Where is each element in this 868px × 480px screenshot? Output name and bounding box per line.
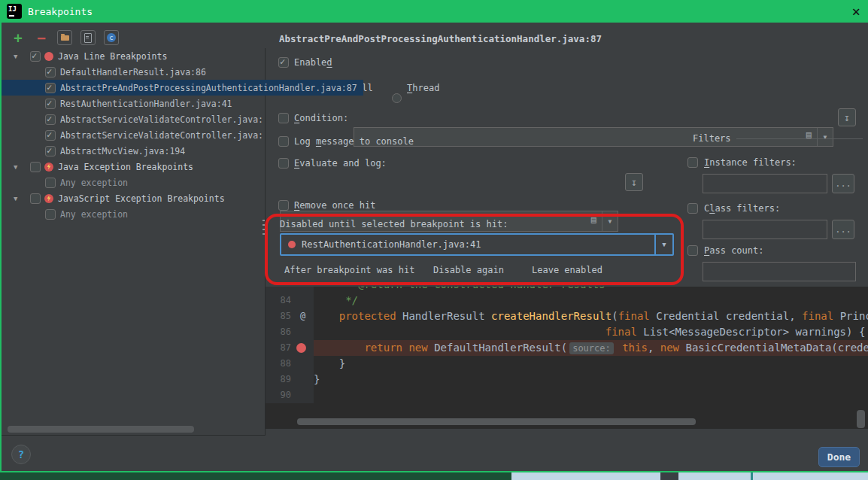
code-text [314,387,868,403]
code-vertical-scrollbar[interactable] [857,410,865,428]
breakpoint-dot-icon[interactable] [296,343,306,353]
expand-arrow-icon[interactable]: ▼ [14,163,23,171]
code-horizontal-scrollbar[interactable] [297,418,696,425]
code-gutter[interactable]: 87 [266,340,314,356]
breakpoint-tree-row[interactable]: AbstractMvcView.java:194 [2,143,265,159]
code-token: createHandlerResult [491,310,612,322]
breakpoint-tree-row[interactable]: ▼JavaScript Exception Breakpoints [2,190,265,206]
group-by-file-button[interactable] [80,30,96,45]
tree-item-checkbox[interactable] [30,162,41,172]
code-token: final [618,310,657,322]
expand-arrow-icon[interactable]: ▼ [14,195,23,202]
dependent-breakpoint-select[interactable]: RestAuthenticationHandler.java:41 ▼ [280,233,674,256]
group-by-package-button[interactable] [57,30,72,45]
code-token: return new [364,342,434,354]
chevron-down-icon[interactable]: ▼ [817,128,833,146]
code-token: ( [612,310,618,322]
breakpoint-dot-icon [288,241,296,248]
splitter-handle[interactable] [263,220,265,236]
line-number: 87 [266,340,291,356]
code-gutter[interactable]: 84 [266,293,314,308]
done-button[interactable]: Done [818,447,860,467]
instance-filters-browse-button[interactable]: ... [832,174,854,193]
breakpoint-tree: ▼Java Line BreakpointsDefaultHandlerResu… [2,48,266,436]
filters-title: Filters [693,133,731,144]
code-gutter[interactable]: 86 [266,324,314,340]
code-token: final [802,310,840,322]
class-filters-browse-button[interactable]: ... [832,220,854,239]
window-titlebar: IJ Breakpoints × [0,0,868,23]
code-text: } [314,372,868,387]
code-gutter[interactable]: 90 [266,387,314,403]
tree-horizontal-scrollbar[interactable] [8,426,194,433]
add-breakpoint-button[interactable]: + [11,30,26,45]
instance-filters-checkbox[interactable] [687,157,698,168]
pass-count-label: Pass count: [704,245,763,256]
breakpoint-label: Any exception [60,209,128,220]
evaluate-log-checkbox[interactable] [278,158,289,169]
close-icon[interactable]: × [852,5,860,19]
code-gutter[interactable]: 88 [266,356,314,372]
tree-item-checkbox[interactable] [45,209,56,220]
tree-item-checkbox[interactable] [45,67,56,77]
code-token: final [605,326,644,338]
code-line: 87 return new DefaultHandlerResult(sourc… [266,340,868,356]
breakpoint-tree-row[interactable]: DefaultHandlerResult.java:86 [2,64,265,80]
group-by-class-button[interactable]: c [104,30,119,45]
instance-filters-input[interactable] [703,174,827,193]
exception-breakpoint-icon [44,163,53,172]
breakpoint-label: AbstractServiceValidateController.java: [60,130,263,141]
tree-item-checkbox[interactable] [30,193,41,204]
breakpoint-label: Java Line Breakpoints [58,51,167,62]
chevron-down-icon[interactable]: ▼ [602,211,618,231]
condition-checkbox[interactable] [278,113,289,123]
breakpoint-tree-row[interactable]: AbstractPreAndPostProcessingAuthenticati… [2,80,363,96]
expand-editor-icon[interactable]: ▤ [591,214,596,225]
code-token: * @return the constructed handler result… [314,287,605,290]
tree-item-checkbox[interactable] [45,178,56,188]
breakpoint-tree-row[interactable]: ▼Java Line Breakpoints [2,48,265,64]
remove-once-hit-checkbox[interactable] [278,200,289,211]
code-line: 90 [266,387,868,403]
tree-item-checkbox[interactable] [45,114,56,125]
pass-count-checkbox[interactable] [687,245,698,256]
tree-item-checkbox[interactable] [45,99,56,109]
breakpoint-tree-row[interactable]: AbstractServiceValidateController.java: [2,111,265,127]
tree-item-checkbox[interactable] [30,51,41,62]
window-title: Breakpoints [28,6,93,17]
breakpoint-tree-row[interactable]: AbstractServiceValidateController.java: [2,127,265,143]
breakpoint-label: AbstractServiceValidateController.java: [60,114,263,125]
line-number: 85 [266,308,291,324]
enabled-checkbox[interactable] [278,57,289,68]
remove-breakpoint-button[interactable]: − [34,30,49,45]
code-token [314,326,605,338]
tree-item-checkbox[interactable] [45,130,56,141]
code-gutter[interactable]: 89 [266,372,314,387]
condition-history-button[interactable]: ↧ [838,108,856,126]
breakpoint-tree-row[interactable]: ▼Java Exception Breakpoints [2,159,265,175]
breakpoints-dialog: IJ Breakpoints × + − c ▼Java Line Breakp… [0,0,868,480]
condition-input[interactable]: ▤ ▼ [354,127,833,147]
help-button[interactable]: ? [11,445,31,464]
breakpoint-tree-row[interactable]: Any exception [2,206,265,222]
tree-item-checkbox[interactable] [45,146,56,156]
breakpoint-label: DefaultHandlerResult.java:86 [60,67,206,77]
code-token: this [622,342,648,354]
evaluate-history-button[interactable]: ↧ [625,173,643,191]
breakpoint-tree-row[interactable]: Any exception [2,175,265,190]
pass-count-input[interactable] [703,262,856,281]
expand-arrow-icon[interactable]: ▼ [14,53,23,60]
code-gutter[interactable] [266,287,314,293]
breakpoint-tree-row[interactable]: RestAuthenticationHandler.java:41 [2,96,265,111]
code-gutter[interactable]: 85@ [266,308,314,324]
class-filters-input[interactable] [703,220,827,239]
suspend-thread-radio[interactable] [392,93,402,103]
breakpoint-label: RestAuthenticationHandler.java:41 [60,99,232,109]
line-number: 90 [266,387,291,403]
log-message-checkbox[interactable] [278,136,289,147]
class-filters-checkbox[interactable] [687,203,698,214]
combo-arrow-icon[interactable]: ▼ [654,235,672,254]
breakpoint-label: AbstractMvcView.java:194 [60,146,185,156]
code-line: 89} [266,372,868,387]
tree-item-checkbox[interactable] [45,83,56,93]
